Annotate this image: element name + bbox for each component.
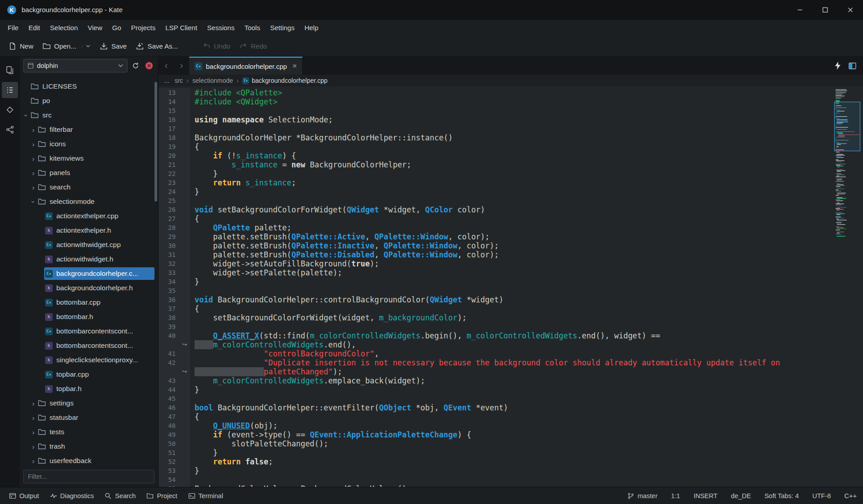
minimap-viewport[interactable] (834, 102, 860, 151)
code-text[interactable]: using namespace SelectionMode; (190, 115, 831, 124)
code-text[interactable]: setBackgroundColorForWidget(widget, m_ba… (190, 313, 831, 322)
quick-open-icon[interactable] (831, 57, 845, 75)
code-text[interactable] (190, 475, 831, 484)
menu-sessions[interactable]: Sessions (202, 20, 240, 36)
code-text[interactable]: QPalette palette; (190, 223, 831, 232)
code-text[interactable]: m_colorControlledWidgets.end(), (190, 340, 831, 349)
code-text[interactable]: Q_ASSERT_X(std::find(m_colorControlledWi… (190, 331, 831, 340)
code-text[interactable]: m_colorControlledWidgets.emplace_back(wi… (190, 376, 831, 385)
code-text[interactable]: } (190, 385, 831, 394)
tree-item-po[interactable]: po (20, 94, 158, 108)
code-text[interactable]: { (190, 304, 831, 313)
chevron-right-icon[interactable]: › (30, 155, 37, 162)
chevron-down-icon[interactable]: › (30, 198, 37, 206)
code-text[interactable]: widget->setAutoFillBackground(true); (190, 259, 831, 268)
chevron-down-icon[interactable]: › (23, 112, 30, 119)
statusbar-dictionary[interactable]: de_DE (731, 492, 751, 500)
code-text[interactable]: { (190, 412, 831, 421)
code-text[interactable] (190, 286, 831, 295)
save-button[interactable]: Save (95, 39, 131, 53)
code-text[interactable] (190, 106, 831, 115)
code-text[interactable]: widget->setPalette(palette); (190, 268, 831, 277)
code-text[interactable]: { (190, 142, 831, 151)
tree-item-bottombar-cpp[interactable]: C+bottombar.cpp (20, 295, 158, 310)
tab-forward-icon[interactable]: › (174, 57, 189, 75)
tree-item-filterbar[interactable]: ›filterbar (20, 122, 158, 137)
code-text[interactable]: palette.setBrush(QPalette::Disabled, QPa… (190, 250, 831, 259)
menu-file[interactable]: File (3, 20, 23, 36)
new-button[interactable]: New (4, 39, 38, 53)
close-project-button[interactable] (144, 60, 154, 71)
code-editor[interactable]: 13#include <QPalette>14#include <QWidget… (159, 86, 863, 487)
code-text[interactable] (190, 322, 831, 331)
code-text[interactable]: "Duplicate insertion is not necessary be… (190, 358, 831, 367)
tree-item-licenses[interactable]: LICENSES (20, 79, 158, 94)
chevron-right-icon[interactable]: › (30, 184, 37, 191)
code-text[interactable]: s_instance = new BackgroundColorHelper; (190, 160, 831, 169)
tree-item-search[interactable]: ›search (20, 180, 158, 194)
open-button[interactable]: Open... (38, 39, 95, 53)
breadcrumb-backgroundcolorhelper-cpp[interactable]: C+backgroundcolorhelper.cpp (242, 77, 327, 84)
menu-projects[interactable]: Projects (126, 20, 160, 36)
minimap-scrollbar[interactable] (834, 88, 860, 487)
tree-item-bottombar-h[interactable]: hbottombar.h (20, 310, 158, 324)
chevron-right-icon[interactable]: › (30, 428, 37, 436)
code-text[interactable]: if (!s_instance) { (190, 151, 831, 160)
chevron-down-icon[interactable] (82, 45, 91, 48)
code-text[interactable]: palette.setBrush(QPalette::Active, QPale… (190, 232, 831, 241)
undo-button[interactable]: Undo (198, 39, 235, 53)
code-text[interactable]: #include <QPalette> (190, 88, 831, 97)
tree-item-backgroundcolorhelper-h[interactable]: hbackgroundcolorhelper.h (20, 281, 158, 295)
statusbar-panel-search[interactable]: Search (100, 490, 140, 502)
menu-edit[interactable]: Edit (23, 20, 45, 36)
menu-selection[interactable]: Selection (45, 20, 83, 36)
statusbar-git-branch[interactable]: master (627, 492, 657, 500)
code-text[interactable]: "controlBackgroundColor", (190, 349, 831, 358)
project-tree-scrollbar[interactable] (154, 82, 157, 202)
tree-item-kitemviews[interactable]: ›kitemviews (20, 151, 158, 166)
code-text[interactable]: } (190, 466, 831, 475)
tree-item-panels[interactable]: ›panels (20, 166, 158, 180)
tree-item-settings[interactable]: ›settings (20, 396, 158, 410)
tree-item-statusbar[interactable]: ›statusbar (20, 410, 158, 425)
code-text[interactable] (190, 394, 831, 403)
statusbar-syntax-mode[interactable]: C++ (845, 492, 857, 500)
code-text[interactable]: slotPaletteChanged(); (190, 439, 831, 448)
code-text[interactable]: #include <QWidget> (190, 97, 831, 106)
tree-item-actionwithwidget-cpp[interactable]: C+actionwithwidget.cpp (20, 238, 158, 252)
code-text[interactable]: palette.setBrush(QPalette::Inactive, QPa… (190, 241, 831, 250)
code-text[interactable]: paletteChanged"); (190, 367, 831, 376)
code-text[interactable]: BackgroundColorHelper::BackgroundColorHe… (190, 484, 831, 487)
statusbar-tab-settings[interactable]: Soft Tabs: 4 (764, 492, 799, 500)
project-selector[interactable]: dolphin (23, 59, 127, 72)
sidebar-tool-git[interactable] (2, 102, 18, 118)
code-text[interactable]: } (190, 277, 831, 286)
code-text[interactable]: void BackgroundColorHelper::controlBackg… (190, 295, 831, 304)
code-text[interactable]: return s_instance; (190, 178, 831, 187)
statusbar-panel-diagnostics[interactable]: Diagnostics (45, 490, 99, 502)
breadcrumb-[interactable]: ... (164, 77, 169, 84)
tree-item-bottombarcontentscont[interactable]: C+bottombarcontentscont... (20, 324, 158, 338)
maximize-button[interactable] (813, 0, 838, 19)
chevron-right-icon[interactable]: › (30, 126, 37, 134)
redo-button[interactable]: Redo (235, 39, 272, 53)
tree-item-icons[interactable]: ›icons (20, 137, 158, 151)
statusbar-panel-terminal[interactable]: Terminal (184, 490, 228, 502)
statusbar-cursor-position[interactable]: 1:1 (671, 492, 680, 500)
tree-item-actiontexthelper-cpp[interactable]: C+actiontexthelper.cpp (20, 209, 158, 223)
minimize-button[interactable] (787, 0, 813, 19)
statusbar-panel-project[interactable]: Project (142, 490, 182, 502)
chevron-right-icon[interactable]: › (30, 140, 37, 148)
tree-item-trash[interactable]: ›trash (20, 439, 158, 454)
tree-item-topbar-h[interactable]: htopbar.h (20, 382, 158, 396)
menu-go[interactable]: Go (107, 20, 126, 36)
tab-backgroundcolorhelper[interactable]: C+ backgroundcolorhelper.cpp × (189, 57, 303, 75)
chevron-right-icon[interactable]: › (30, 169, 37, 177)
code-text[interactable]: } (190, 187, 831, 196)
split-view-icon[interactable] (845, 57, 859, 75)
tree-item-actiontexthelper-h[interactable]: hactiontexthelper.h (20, 223, 158, 238)
tree-item-userfeedback[interactable]: ›userfeedback (20, 454, 158, 467)
code-text[interactable] (190, 124, 831, 133)
tab-close-icon[interactable]: × (292, 62, 297, 71)
code-text[interactable]: } (190, 169, 831, 178)
